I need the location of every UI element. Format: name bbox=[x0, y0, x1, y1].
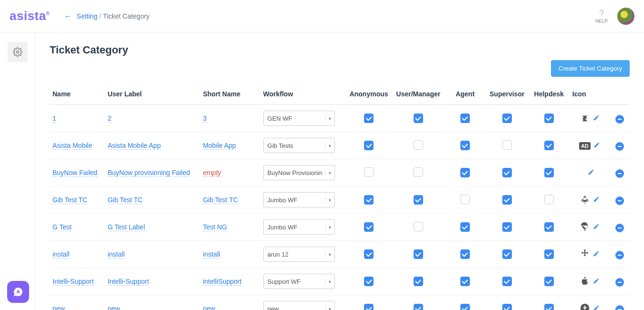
user-label-link[interactable]: Intelli-Support bbox=[108, 278, 149, 286]
supervisor-checkbox[interactable] bbox=[502, 140, 512, 150]
create-ticket-category-button[interactable]: Create Ticket Category bbox=[551, 60, 630, 77]
user-label-link[interactable]: new bbox=[108, 305, 120, 310]
helpdesk-checkbox[interactable] bbox=[544, 168, 554, 177]
workflow-select[interactable]: BuyNow Provisionin… bbox=[263, 165, 335, 180]
helpdesk-checkbox[interactable] bbox=[544, 304, 554, 310]
short-name-link[interactable]: Test NG bbox=[203, 223, 227, 231]
name-link[interactable]: Gib Test TC bbox=[52, 196, 87, 204]
short-name-link[interactable]: 3 bbox=[203, 114, 207, 123]
delete-button[interactable] bbox=[615, 305, 624, 310]
name-link[interactable]: BuyNow Failed bbox=[52, 169, 97, 177]
short-name-link[interactable]: install bbox=[203, 250, 220, 258]
name-link[interactable]: install bbox=[52, 250, 70, 258]
user_manager-checkbox[interactable] bbox=[414, 304, 423, 310]
delete-button[interactable] bbox=[615, 142, 624, 151]
anonymous-checkbox[interactable] bbox=[364, 167, 374, 177]
supervisor-checkbox[interactable] bbox=[502, 249, 512, 259]
breadcrumb-setting[interactable]: Setting bbox=[77, 12, 98, 20]
edit-icon-button[interactable] bbox=[593, 305, 600, 310]
agent-checkbox[interactable] bbox=[460, 114, 470, 123]
supervisor-checkbox[interactable] bbox=[502, 195, 512, 205]
workflow-select[interactable]: Support WF bbox=[263, 274, 335, 289]
breadcrumb-current: Ticket Category bbox=[103, 12, 150, 20]
edit-icon-button[interactable] bbox=[593, 223, 600, 231]
delete-button[interactable] bbox=[615, 196, 624, 205]
supervisor-checkbox[interactable] bbox=[502, 304, 512, 310]
anonymous-checkbox[interactable] bbox=[364, 277, 374, 286]
user_manager-checkbox[interactable] bbox=[414, 195, 423, 205]
user_manager-checkbox[interactable] bbox=[414, 249, 423, 259]
workflow-select[interactable]: arun 12 bbox=[263, 247, 335, 262]
anonymous-checkbox[interactable] bbox=[364, 249, 374, 259]
helpdesk-checkbox[interactable] bbox=[544, 277, 554, 286]
agent-checkbox[interactable] bbox=[460, 195, 470, 204]
user-label-link[interactable]: 2 bbox=[108, 114, 112, 123]
name-link[interactable]: 1 bbox=[52, 114, 56, 123]
delete-button[interactable] bbox=[615, 115, 624, 124]
delete-button[interactable] bbox=[615, 278, 624, 287]
short-name-link[interactable]: new bbox=[203, 305, 215, 310]
name-link[interactable]: Intelli-Support bbox=[52, 278, 93, 286]
edit-icon-button[interactable] bbox=[593, 114, 600, 123]
user-label-link[interactable]: G Test Label bbox=[108, 223, 145, 231]
name-link[interactable]: new bbox=[52, 305, 65, 310]
help-button[interactable]: ? HELP bbox=[595, 9, 608, 24]
workflow-select[interactable]: GEN WF bbox=[263, 111, 335, 126]
user-label-link[interactable]: BuyNow provisioning Failed bbox=[108, 169, 190, 177]
user-label-link[interactable]: Asista Mobile App bbox=[108, 142, 161, 150]
helpdesk-checkbox[interactable] bbox=[544, 222, 554, 232]
supervisor-checkbox[interactable] bbox=[502, 168, 512, 177]
helpdesk-checkbox[interactable] bbox=[544, 114, 554, 123]
anonymous-checkbox[interactable] bbox=[364, 195, 374, 205]
short-name-link[interactable]: intelliSupport bbox=[203, 278, 241, 286]
agent-checkbox[interactable] bbox=[460, 168, 470, 177]
user_manager-checkbox[interactable] bbox=[414, 222, 423, 231]
user-label-link[interactable]: Gib Test TC bbox=[108, 196, 143, 204]
short-name-link[interactable]: Gib Test TC bbox=[203, 196, 238, 204]
agent-checkbox[interactable] bbox=[460, 222, 470, 232]
helpdesk-checkbox[interactable] bbox=[544, 249, 554, 259]
name-link[interactable]: G Test bbox=[52, 223, 72, 231]
workflow-select[interactable]: Jumbo WF bbox=[263, 192, 335, 207]
edit-icon-button[interactable] bbox=[593, 250, 600, 258]
brand-logo[interactable]: asista® bbox=[10, 9, 50, 23]
delete-button[interactable] bbox=[615, 169, 624, 178]
short-name-link[interactable]: Mobile App bbox=[203, 142, 236, 150]
help-icon: ? bbox=[599, 9, 604, 19]
avatar[interactable] bbox=[617, 8, 634, 25]
agent-checkbox[interactable] bbox=[460, 304, 470, 310]
agent-checkbox[interactable] bbox=[460, 277, 470, 286]
user_manager-checkbox[interactable] bbox=[414, 167, 423, 177]
helpdesk-checkbox[interactable] bbox=[544, 141, 554, 150]
anonymous-checkbox[interactable] bbox=[364, 222, 374, 232]
helpdesk-checkbox[interactable] bbox=[544, 195, 554, 204]
user_manager-checkbox[interactable] bbox=[414, 277, 423, 286]
anonymous-checkbox[interactable] bbox=[364, 114, 374, 123]
workflow-select[interactable]: Gib Tests bbox=[263, 138, 335, 153]
edit-icon-button[interactable] bbox=[593, 196, 600, 204]
svg-point-0 bbox=[16, 51, 19, 53]
delete-button[interactable] bbox=[615, 251, 624, 259]
agent-checkbox[interactable] bbox=[460, 249, 470, 259]
col-user-manager: User/Manager bbox=[392, 85, 445, 105]
supervisor-checkbox[interactable] bbox=[502, 114, 512, 123]
delete-button[interactable] bbox=[615, 224, 624, 232]
edit-icon-button[interactable] bbox=[593, 278, 600, 286]
user-label-link[interactable]: install bbox=[108, 250, 125, 258]
name-link[interactable]: Asista Mobile bbox=[52, 142, 92, 150]
short-name-link[interactable]: empty bbox=[203, 169, 221, 177]
supervisor-checkbox[interactable] bbox=[502, 222, 512, 232]
back-arrow-icon[interactable]: ← bbox=[64, 12, 72, 21]
settings-gear-button[interactable] bbox=[8, 42, 28, 62]
edit-icon-button[interactable] bbox=[588, 169, 594, 177]
workflow-select[interactable]: Jumbo WF bbox=[263, 219, 335, 235]
agent-checkbox[interactable] bbox=[460, 141, 470, 150]
edit-icon-button[interactable] bbox=[593, 142, 600, 150]
workflow-select[interactable]: new bbox=[263, 301, 335, 310]
chat-fab[interactable] bbox=[7, 281, 29, 303]
user_manager-checkbox[interactable] bbox=[414, 140, 423, 150]
anonymous-checkbox[interactable] bbox=[364, 141, 374, 150]
anonymous-checkbox[interactable] bbox=[364, 304, 374, 310]
supervisor-checkbox[interactable] bbox=[502, 277, 512, 286]
user_manager-checkbox[interactable] bbox=[414, 114, 423, 123]
